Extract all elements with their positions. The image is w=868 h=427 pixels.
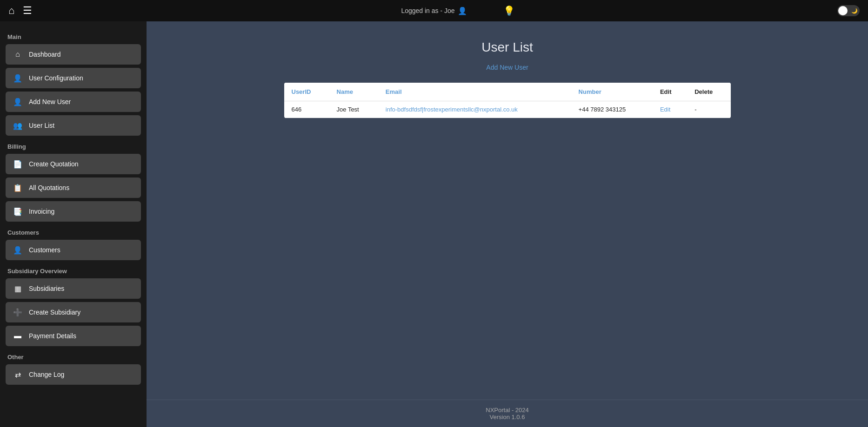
sidebar-item-dashboard[interactable]: ⌂Dashboard	[6, 44, 141, 65]
col-header-name: Name	[329, 83, 378, 101]
footer: NXPortal - 2024 Version 1.0.6	[147, 400, 868, 427]
sidebar-label-create-quotation: Create Quotation	[29, 160, 79, 168]
topbar-right: 🌙	[837, 5, 860, 16]
sidebar-label-subsidiaries: Subsidiaries	[29, 285, 64, 292]
sidebar: Main⌂Dashboard👤User Configuration👤Add Ne…	[0, 21, 147, 427]
dark-mode-toggle[interactable]: 🌙	[837, 5, 860, 16]
cell-edit[interactable]: Edit	[653, 101, 687, 118]
sidebar-section-subsidiary-overview: Subsidiary Overview	[7, 268, 141, 275]
payment-details-icon: ▬	[12, 330, 23, 342]
col-header-email: Email	[378, 83, 571, 101]
col-header-edit: Edit	[653, 83, 687, 101]
customers-icon: 👤	[12, 244, 23, 256]
logged-in-text: Logged in as - Joe 👤	[401, 7, 467, 15]
add-new-link: Add New User	[174, 63, 840, 72]
col-header-number: Number	[571, 83, 653, 101]
home-icon[interactable]: ⌂	[8, 5, 14, 17]
all-quotations-icon: 📋	[12, 182, 23, 193]
create-quotation-icon: 📄	[12, 158, 23, 170]
moon-icon: 🌙	[851, 8, 858, 14]
user-icon: 👤	[458, 7, 467, 15]
content-area: User List Add New User UserIDNameEmailNu…	[147, 21, 868, 427]
sidebar-section-main: Main	[7, 33, 141, 40]
subsidiaries-icon: ▦	[12, 283, 23, 294]
cell-number: +44 7892 343125	[571, 101, 653, 118]
toggle-knob	[838, 6, 848, 15]
sidebar-item-invoicing[interactable]: 📑Invoicing	[6, 201, 141, 222]
add-new-user-icon: 👤	[12, 96, 23, 107]
sidebar-item-customers[interactable]: 👤Customers	[6, 240, 141, 260]
menu-icon[interactable]: ☰	[23, 5, 32, 17]
sidebar-item-subsidiaries[interactable]: ▦Subsidiaries	[6, 278, 141, 299]
bulb-icon[interactable]: 💡	[503, 5, 515, 16]
cell-delete: -	[687, 101, 730, 118]
sidebar-section-customers: Customers	[7, 229, 141, 236]
cell-email: info-bdfsdfdsf|frostexperimentsllc@nxpor…	[378, 101, 571, 118]
sidebar-label-user-configuration: User Configuration	[29, 74, 83, 82]
table-row: 646Joe Testinfo-bdfsdfdsf|frostexperimen…	[284, 101, 731, 118]
add-new-user-link[interactable]: Add New User	[486, 64, 528, 71]
sidebar-item-create-quotation[interactable]: 📄Create Quotation	[6, 154, 141, 174]
cell-name: Joe Test	[329, 101, 378, 118]
sidebar-section-other: Other	[7, 354, 141, 361]
sidebar-item-user-configuration[interactable]: 👤User Configuration	[6, 68, 141, 88]
sidebar-label-user-list: User List	[29, 122, 54, 129]
sidebar-label-dashboard: Dashboard	[29, 51, 61, 58]
cell-userid: 646	[284, 101, 329, 118]
sidebar-section-billing: Billing	[7, 143, 141, 150]
sidebar-item-all-quotations[interactable]: 📋All Quotations	[6, 177, 141, 198]
invoicing-icon: 📑	[12, 206, 23, 217]
user-list-icon: 👥	[12, 120, 23, 131]
footer-line2: Version 1.0.6	[153, 414, 861, 420]
sidebar-label-invoicing: Invoicing	[29, 208, 54, 215]
sidebar-label-change-log: Change Log	[29, 371, 64, 378]
sidebar-label-customers: Customers	[29, 246, 60, 254]
page-title: User List	[174, 40, 840, 55]
content-inner: User List Add New User UserIDNameEmailNu…	[147, 21, 868, 400]
user-configuration-icon: 👤	[12, 72, 23, 84]
sidebar-item-add-new-user[interactable]: 👤Add New User	[6, 92, 141, 112]
sidebar-item-change-log[interactable]: ⇄Change Log	[6, 364, 141, 385]
footer-line1: NXPortal - 2024	[153, 407, 861, 414]
dashboard-icon: ⌂	[12, 49, 23, 60]
sidebar-item-user-list[interactable]: 👥User List	[6, 115, 141, 136]
topbar-left: ⌂ ☰	[8, 5, 32, 17]
sidebar-item-create-subsidiary[interactable]: ➕Create Subsidiary	[6, 302, 141, 322]
create-subsidiary-icon: ➕	[12, 307, 23, 318]
col-header-delete: Delete	[687, 83, 730, 101]
change-log-icon: ⇄	[12, 369, 23, 380]
sidebar-label-payment-details: Payment Details	[29, 332, 76, 340]
sidebar-item-payment-details[interactable]: ▬Payment Details	[6, 326, 141, 346]
topbar: ⌂ ☰ 💡 Logged in as - Joe 👤 🌙	[0, 0, 868, 21]
sidebar-label-all-quotations: All Quotations	[29, 184, 69, 191]
col-header-userid: UserID	[284, 83, 329, 101]
sidebar-label-create-subsidiary: Create Subsidiary	[29, 309, 80, 316]
sidebar-label-add-new-user: Add New User	[29, 98, 71, 105]
user-table: UserIDNameEmailNumberEditDelete646Joe Te…	[284, 83, 731, 118]
main-layout: Main⌂Dashboard👤User Configuration👤Add Ne…	[0, 21, 868, 427]
